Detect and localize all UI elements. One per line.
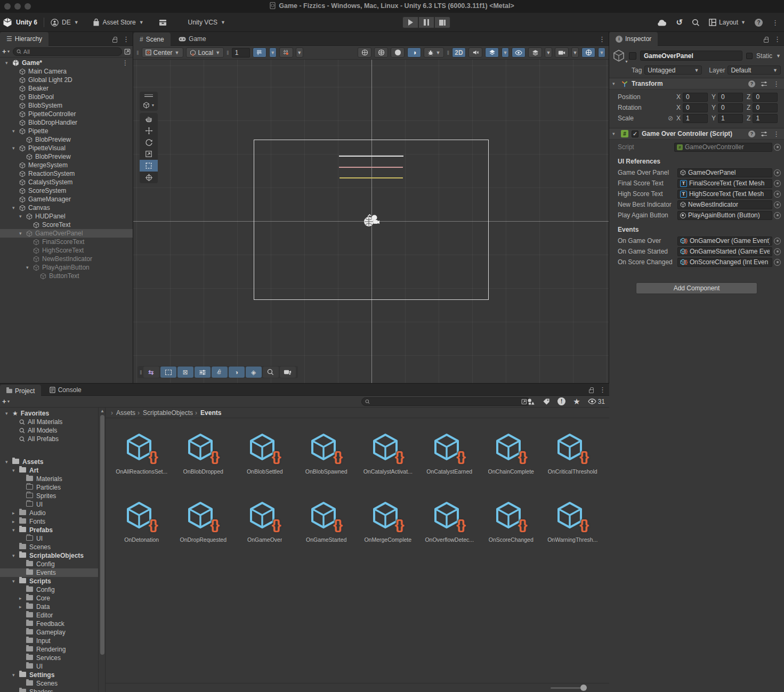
help-icon[interactable]: ? [748, 80, 755, 87]
project-tree-scrollbar[interactable]: ▲ [98, 408, 105, 692]
tab-game[interactable]: Game [172, 32, 213, 46]
project-tree-row[interactable]: ★ Editor [0, 611, 98, 620]
object-picker-icon[interactable] [774, 201, 781, 208]
tab-scene[interactable]: # Scene [133, 32, 171, 46]
asset-item[interactable]: {} OnCriticalThreshold [542, 432, 604, 500]
hierarchy-row[interactable]: GameOverPanel ⋮ [0, 229, 133, 238]
foldout-arrow[interactable] [12, 468, 19, 473]
play-button[interactable] [402, 17, 418, 28]
view-tool-button[interactable] [140, 113, 158, 125]
project-tree-row[interactable]: ★ UI [0, 500, 98, 509]
scroll-up-arrow[interactable]: ▲ [100, 409, 104, 413]
effects-toggle-icon[interactable] [485, 47, 499, 58]
shading-mode-icon[interactable] [358, 47, 371, 58]
foldout-arrow[interactable] [12, 579, 19, 584]
layout-menu[interactable]: Layout [719, 19, 738, 26]
lock-icon[interactable] [112, 39, 117, 43]
transform-tool-button[interactable] [140, 172, 158, 183]
asset-item[interactable]: {} OnDropRequested [173, 500, 235, 568]
script-object-field[interactable]: # GameOverController [674, 143, 772, 152]
scene-visibility-icon[interactable] [512, 47, 526, 58]
asset-item[interactable]: {} OnGameOver [234, 500, 296, 568]
lighting-overlay-icon[interactable]: ◑ [229, 367, 245, 378]
package-manager-icon[interactable] [159, 19, 167, 26]
tab-hierarchy[interactable]: ☰ Hierarchy [0, 32, 49, 46]
asset-store-menu[interactable]: Asset Store [103, 19, 136, 26]
filter-by-label-icon[interactable] [543, 398, 550, 405]
handle-rotation-dropdown[interactable]: Local▼ [186, 47, 224, 58]
foldout-arrow[interactable] [12, 510, 19, 516]
slider-knob[interactable] [580, 685, 587, 691]
hierarchy-row[interactable]: MergeSystem ⋮ [0, 161, 133, 169]
kebab-menu-icon[interactable]: ⋮ [122, 59, 128, 67]
layers-dropdown[interactable]: ▼ [545, 47, 552, 58]
grid-off-icon[interactable]: #∕ [212, 367, 228, 378]
2d-mode-button[interactable]: 2D [452, 47, 466, 58]
hierarchy-row[interactable]: FinalScoreText ⋮ [0, 238, 133, 246]
debug-draw-dropdown[interactable]: ▼ [424, 47, 444, 58]
pick-window-icon[interactable] [124, 48, 131, 55]
hierarchy-row[interactable]: ButtonText ⋮ [0, 272, 133, 280]
hierarchy-row[interactable]: BlobPreview ⋮ [0, 152, 133, 161]
tab-project[interactable]: Project [0, 385, 41, 397]
kebab-menu-icon[interactable]: ⋮ [772, 19, 779, 27]
scene-canvas[interactable]: ▼ [133, 60, 609, 383]
tab-console[interactable]: Console [43, 384, 88, 396]
effects-dropdown[interactable]: ▼ [502, 47, 509, 58]
grid-size-field[interactable]: 1 [232, 48, 250, 58]
project-tree-row[interactable]: ★ Events [0, 568, 98, 577]
axis-y-field[interactable]: 0 [718, 103, 743, 112]
axis-z-field[interactable]: 0 [753, 93, 778, 102]
hierarchy-row[interactable]: NewBestIndicator ⋮ [0, 255, 133, 263]
hierarchy-row[interactable]: PipetteVisual ⋮ [0, 144, 133, 152]
scrollbar-thumb[interactable] [100, 415, 104, 655]
project-tree-row[interactable]: ★ ScriptableObjects [0, 551, 98, 560]
object-field[interactable]: T {} FinalScoreText (Text Mesh [677, 179, 772, 188]
hierarchy-row[interactable]: ReactionSystem ⋮ [0, 169, 133, 178]
axis-z-field[interactable]: 0 [753, 103, 778, 112]
object-field[interactable]: T {} OnGameOver (Game Event) [677, 237, 772, 246]
hierarchy-row[interactable]: PlayAgainButton ⋮ [0, 263, 133, 272]
hierarchy-row[interactable]: Canvas ⋮ [0, 203, 133, 212]
rect-tool-button[interactable] [140, 160, 158, 172]
layer-dropdown[interactable]: Default▼ [728, 66, 781, 75]
overlay-drag-handle[interactable] [140, 92, 158, 99]
foldout-arrow[interactable] [12, 128, 19, 134]
audio-muted-icon[interactable] [468, 47, 482, 58]
step-button[interactable] [434, 17, 450, 28]
foldout-arrow[interactable] [12, 519, 19, 524]
tab-inspector[interactable]: i Inspector [609, 32, 658, 46]
object-field[interactable]: T {} GameOverPanel [677, 168, 772, 177]
project-tree-row[interactable]: ★ Audio [0, 509, 98, 517]
project-tree-row[interactable]: ★ Particles [0, 483, 98, 492]
axis-x-field[interactable]: 1 [683, 114, 708, 123]
hierarchy-row[interactable]: Beaker ⋮ [0, 84, 133, 93]
hierarchy-row[interactable]: CatalystSystem ⋮ [0, 178, 133, 186]
project-tree-row[interactable]: ★ All Materials [0, 418, 98, 426]
hierarchy-row[interactable]: PipetteController ⋮ [0, 110, 133, 118]
hierarchy-row[interactable]: BlobPool ⋮ [0, 93, 133, 101]
asset-item[interactable]: {} OnMergeComplete [357, 500, 419, 568]
asset-item[interactable]: {} OnBlobSettled [234, 432, 296, 500]
camera-settings-icon[interactable] [555, 47, 569, 58]
foldout-arrow[interactable] [5, 459, 12, 465]
object-picker-icon[interactable] [774, 238, 781, 245]
project-tree-row[interactable]: ★ Scenes [0, 679, 98, 688]
gizmos-toggle-icon[interactable] [581, 47, 595, 58]
shaded-sphere-icon[interactable] [391, 47, 405, 58]
foldout-arrow[interactable]: ▾ [612, 131, 618, 136]
project-tree-row[interactable]: ★ Settings [0, 671, 98, 679]
active-checkbox[interactable] [629, 52, 636, 60]
project-tree-row[interactable]: ★ Favorites [0, 409, 98, 418]
enabled-checkbox[interactable]: ✓ [632, 131, 638, 137]
foldout-arrow[interactable] [5, 411, 12, 416]
sliders-icon[interactable] [195, 367, 211, 378]
presets-icon[interactable] [761, 131, 767, 137]
hierarchy-row[interactable]: Main Camera ⋮ [0, 67, 133, 76]
hidden-count[interactable]: 31 [588, 398, 605, 405]
free-move-icon[interactable]: ⇆ [143, 367, 159, 378]
asset-item[interactable]: {} OnCatalystEarned [419, 432, 481, 500]
static-dropdown[interactable]: ▼ [776, 53, 781, 59]
asset-item[interactable]: {} OnGameStarted [296, 500, 358, 568]
breadcrumb-item[interactable]: ScriptableObjects [138, 409, 193, 417]
